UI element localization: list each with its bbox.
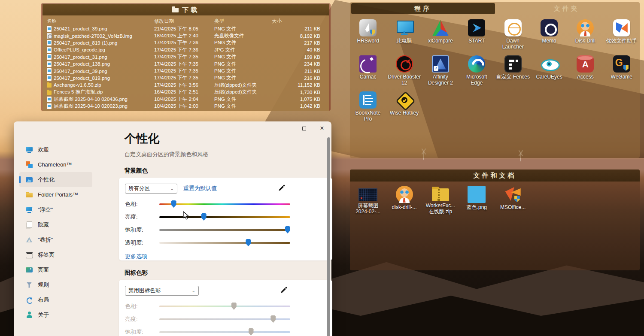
file-row[interactable]: magisk_patched-27002_VoNzB.img 18/4/2025… [47,32,329,39]
app-icon [504,19,522,36]
desktop-icon[interactable]: Access [568,55,602,91]
eyedropper-icon[interactable] [280,286,288,295]
sidebar-item[interactable]: 隐藏 [19,217,92,232]
file-row[interactable]: 250417_product_819.png 17/4/2025 下午 7:35… [47,75,329,82]
column-header-size[interactable]: 大小 [270,18,329,24]
app-icon [432,55,449,73]
sidebar-item[interactable]: 页面 [19,262,92,277]
files-documents-fence[interactable]: 文件和文档 屏幕截图 2024-02-... disk-drill-... Wo… [350,170,640,270]
sidebar-item[interactable]: 个性化 [19,172,92,187]
sidebar-item-icon [26,146,33,153]
column-header-type[interactable]: 类型 [214,18,270,24]
slider-track[interactable] [159,306,290,307]
background-sliders: 色相: 亮度: 饱和度: [125,198,326,249]
desktop-icon[interactable]: WorkerExc... 在线版.zip [423,186,458,222]
file-row[interactable]: 250417_product_39.png 17/4/2025 下午 7:35 … [47,67,329,74]
desktop-icon[interactable]: Affinity Designer 2 [423,55,458,91]
file-row[interactable]: 250417_product_138.png 17/4/2025 下午 7:35… [47,61,329,67]
desktop-icon[interactable]: 此电脑 [387,19,422,55]
file-name: 屏幕截图 2025-04-10 020436.png [54,96,128,103]
file-row[interactable]: OfficePLUS_qrcode.jpg 17/4/2025 下午 7:36 … [47,46,329,53]
app-icon [432,19,449,36]
desktop-icon[interactable]: xlCompare [423,19,458,55]
icon-color-mode-dropdown[interactable]: 禁用图标色彩 ⌄ [125,286,199,296]
files-fence-titlebar[interactable]: 文件和文档 [350,170,640,182]
slider-track[interactable] [159,242,290,244]
slider-track[interactable] [159,331,290,333]
desktop-icon[interactable]: disk-drill-... [387,186,422,222]
desktop-icon[interactable]: 优效文件助手 [605,19,639,55]
sidebar-item[interactable]: "卷折" [19,232,92,247]
desktop-icon[interactable]: Wise Hotkey [387,91,422,127]
downloads-fence[interactable]: 下载 名称 修改日期 类型 大小 250421_product_39.png 2… [41,3,331,111]
column-header-date[interactable]: 修改日期 [154,18,214,24]
file-row[interactable]: Fences 5 推广海报.zip 16/4/2025 下午 2:51 压缩(z… [47,89,329,96]
sidebar-item[interactable]: Chameleon™ [19,157,92,172]
desktop-icon[interactable]: Microsoft Edge [459,55,494,91]
file-row[interactable]: 屏幕截图 2025-04-10 020436.png 10/4/2025 上午 … [47,96,329,103]
sidebar-item[interactable]: 标签页 [19,247,92,262]
programs-fence[interactable]: 程序 文件夹 HRSword 此电脑 xlCompare [350,2,640,158]
slider-row: 亮度: [125,313,326,326]
sidebar-item[interactable]: 布局 [19,292,92,307]
partition-scope-dropdown[interactable]: 所有分区 ⌄ [125,184,177,194]
slider-thumb[interactable] [171,200,176,208]
desktop-icon[interactable]: START [459,19,494,55]
sidebar-item-label: 隐藏 [38,221,49,229]
sidebar-item[interactable]: "浮空" [19,202,92,217]
sidebar-item[interactable]: 欢迎 [19,142,92,157]
desktop-icon[interactable]: Memo [532,19,566,55]
sidebar-item-icon [26,297,33,303]
reset-default-link[interactable]: 重置为默认值 [183,185,217,192]
desktop-icon[interactable]: Driver Booster 12 [387,55,422,91]
desktop-icon[interactable]: Carnac [351,55,385,91]
file-row[interactable]: 250417_product_31.png 17/4/2025 下午 7:35 … [47,54,329,61]
desktop-icon[interactable]: Disk Drill [568,19,602,55]
sidebar-item[interactable]: 规则 [19,277,92,292]
slider-track[interactable] [159,216,290,218]
sidebar-item[interactable]: 关于 [19,307,92,322]
desktop-icon[interactable]: 自定义 Fences [496,55,530,91]
icon-color-card: 禁用图标色彩 ⌄ 色相: 亮度 [119,280,332,336]
sidebar-item-label: "卷折" [38,236,53,244]
file-type: PNG 文件 [214,68,270,74]
file-row[interactable]: 屏幕截图 2025-04-10 020023.png 10/4/2025 上午 … [47,103,329,109]
slider-track[interactable] [159,203,290,205]
file-type-icon [47,97,52,102]
slider-thumb[interactable] [285,226,290,233]
file-row[interactable]: 250421_product_39.png 21/4/2025 下午 8:05 … [47,25,329,32]
slider-track[interactable] [159,318,290,320]
app-icon [504,55,522,73]
window-scrollbar[interactable] [327,137,330,336]
slider-thumb[interactable] [270,315,276,323]
desktop-icon[interactable]: BookxNote Pro [351,91,385,127]
desktop-icon[interactable]: CareUEyes [532,55,566,91]
desktop-icon[interactable]: Dawn Launcher [496,19,530,55]
slider-thumb[interactable] [249,328,254,336]
desktop-icon-label: 优效文件助手 [605,38,639,44]
fence-tab[interactable]: 程序 [351,3,495,14]
desktop-icon[interactable]: 屏幕截图 2024-02-... [351,186,385,222]
column-header-name[interactable]: 名称 [47,18,154,24]
slider-thumb[interactable] [231,303,237,310]
file-size: 11,152 KB [270,82,329,88]
sidebar-item[interactable]: Folder Portals™ [19,187,92,202]
file-row[interactable]: Axchange-v1.6.50.zip 17/4/2025 下午 3:56 压… [47,82,329,88]
sidebar-item-icon [26,266,33,273]
sidebar-item-icon [26,282,33,288]
desktop-icon[interactable]: HRSword [351,19,385,55]
slider-track[interactable] [159,229,290,231]
eyedropper-icon[interactable] [278,184,286,193]
more-options-link[interactable]: 更多选项 [125,253,147,260]
desktop-icon[interactable]: WeGame [605,55,639,91]
file-table-header[interactable]: 名称 修改日期 类型 大小 [47,17,329,25]
fence-tab[interactable]: 文件夹 [495,3,639,14]
file-row[interactable]: 250417_product_819 (1).png 17/4/2025 下午 … [47,39,329,46]
desktop-icon[interactable]: MSOffice... [496,186,530,222]
desktop-icon-label: 蓝色.png [459,204,494,210]
slider-thumb[interactable] [246,239,251,246]
settings-content: 个性化 自定义桌面分区的背景颜色和风格 背景颜色 所有分区 ⌄ 重置为默认值 色… [111,121,331,336]
downloads-fence-titlebar[interactable]: 下载 [43,4,329,15]
desktop-icon[interactable]: 蓝色.png [459,186,494,222]
slider-thumb[interactable] [201,213,207,221]
